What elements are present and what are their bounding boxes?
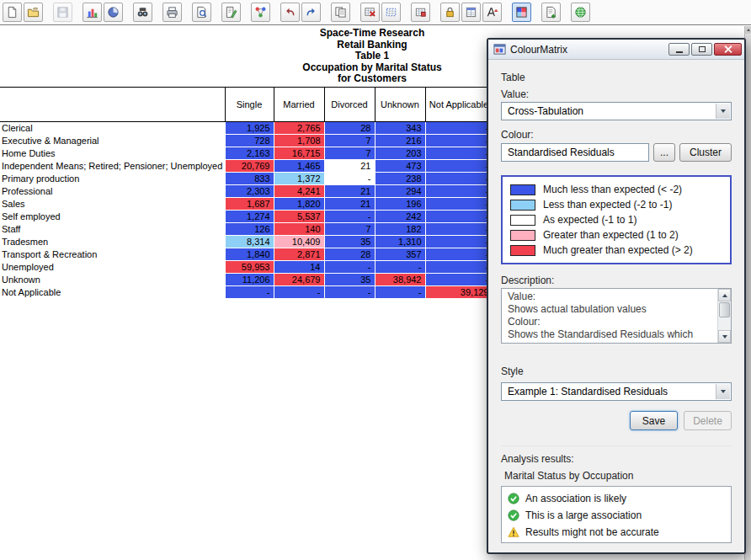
row-label[interactable]: Unknown: [0, 274, 225, 286]
column-header[interactable]: Unknown: [375, 88, 425, 122]
browse-colour-button[interactable]: ...: [653, 143, 675, 162]
table-cell[interactable]: -: [425, 261, 493, 274]
table-cell[interactable]: 1,820: [274, 198, 324, 211]
select-table-button[interactable]: [381, 3, 401, 22]
open-file-button[interactable]: [24, 3, 43, 22]
row-label[interactable]: Professional: [0, 185, 225, 198]
table-cell[interactable]: 1,687: [225, 198, 274, 211]
scroll-down-icon[interactable]: [718, 330, 731, 343]
column-header[interactable]: Single: [225, 88, 274, 122]
table-cell[interactable]: 126: [225, 223, 274, 236]
table-cell[interactable]: 1,925: [225, 122, 274, 135]
row-label[interactable]: Executive & Managerial: [0, 135, 225, 147]
copy-button[interactable]: [331, 3, 350, 22]
row-label[interactable]: Clerical: [0, 122, 225, 135]
table-cell[interactable]: 473: [375, 160, 425, 173]
table-cell[interactable]: 21: [324, 198, 375, 211]
value-dropdown[interactable]: Cross-Tabulation: [501, 102, 732, 120]
row-label[interactable]: Tradesmen: [0, 236, 225, 248]
table-cell[interactable]: 2,871: [274, 248, 324, 261]
colour-input[interactable]: Standardised Residuals: [501, 143, 649, 162]
table-cell[interactable]: -: [225, 286, 274, 299]
table-cell[interactable]: -: [274, 286, 324, 299]
table-cell[interactable]: 1,310: [375, 236, 425, 248]
table-cell[interactable]: 216: [375, 135, 425, 147]
table-cell[interactable]: -: [425, 211, 493, 223]
table-cell[interactable]: -: [425, 223, 493, 236]
table-cell[interactable]: 2,303: [225, 185, 274, 198]
minimize-button[interactable]: [668, 43, 690, 56]
table-cell[interactable]: -: [425, 160, 493, 173]
scroll-track[interactable]: [718, 318, 731, 330]
table-cell[interactable]: 11,206: [225, 274, 274, 286]
table-cell[interactable]: 14: [274, 261, 324, 274]
table-cell[interactable]: 28: [324, 248, 375, 261]
row-label[interactable]: Independent Means; Retired; Pensioner; U…: [0, 160, 225, 173]
table-cell[interactable]: 140: [274, 223, 324, 236]
table-cell[interactable]: 2,765: [274, 122, 324, 135]
table-cell[interactable]: 35: [324, 236, 375, 248]
table-cell[interactable]: -: [324, 286, 375, 299]
maximize-button[interactable]: [691, 43, 712, 56]
find-button[interactable]: [133, 3, 152, 22]
table-cell[interactable]: 38,942: [375, 274, 425, 286]
table-cell[interactable]: 1,372: [274, 173, 324, 185]
lock-button[interactable]: [440, 3, 460, 22]
go-web-button[interactable]: [571, 3, 590, 22]
table-cell[interactable]: 728: [225, 135, 274, 147]
table-cell[interactable]: -: [324, 173, 375, 185]
table-cell[interactable]: -: [425, 274, 493, 286]
cluster-button[interactable]: Cluster: [679, 143, 732, 162]
row-label[interactable]: Transport & Recreation: [0, 248, 225, 261]
table-cell[interactable]: 20,769: [225, 160, 274, 173]
print-button[interactable]: [162, 3, 182, 22]
close-button[interactable]: [714, 43, 742, 56]
column-header[interactable]: Married: [274, 88, 324, 122]
delete-table-button[interactable]: [360, 3, 380, 22]
table-cell[interactable]: -: [324, 211, 375, 223]
edit-annotations-button[interactable]: [221, 3, 241, 22]
table-cell[interactable]: 10,409: [274, 236, 324, 248]
table-cell[interactable]: 24,679: [274, 274, 324, 286]
table-cell[interactable]: 242: [375, 211, 425, 223]
table-cell[interactable]: -: [425, 198, 493, 211]
delete-button[interactable]: Delete: [684, 411, 732, 430]
bar-chart-button[interactable]: [83, 3, 102, 22]
table-cell[interactable]: 28: [324, 122, 375, 135]
table-cell[interactable]: 7: [324, 147, 375, 160]
scroll-up-icon[interactable]: [718, 289, 731, 301]
table-cell[interactable]: -: [324, 261, 375, 274]
undo-button[interactable]: [280, 3, 300, 22]
table-cell[interactable]: -: [375, 261, 425, 274]
table-cell[interactable]: 182: [375, 223, 425, 236]
new-document-button[interactable]: [3, 3, 22, 22]
table-cell[interactable]: 35: [324, 274, 375, 286]
dialog-titlebar[interactable]: ColourMatrix: [488, 40, 744, 60]
table-cell[interactable]: -: [425, 173, 493, 185]
scroll-thumb[interactable]: [719, 302, 730, 317]
row-label[interactable]: Staff: [0, 223, 225, 236]
table-cell[interactable]: 59,953: [225, 261, 274, 274]
row-label[interactable]: Home Duties: [0, 147, 225, 160]
row-label[interactable]: Not Applicable: [0, 286, 225, 299]
row-label[interactable]: Self employed: [0, 211, 225, 223]
scroll-up-icon[interactable]: [745, 26, 751, 34]
table-cell[interactable]: 7: [324, 223, 375, 236]
table-cell[interactable]: 8,314: [225, 236, 274, 248]
table-cell[interactable]: 196: [375, 198, 425, 211]
table-cell[interactable]: 1,708: [274, 135, 324, 147]
description-scrollbar[interactable]: [717, 289, 731, 343]
pie-chart-button[interactable]: [104, 3, 123, 22]
table-cell[interactable]: 7: [324, 135, 375, 147]
column-header[interactable]: Divorced: [324, 88, 375, 122]
redo-button[interactable]: [301, 3, 321, 22]
table-properties-button[interactable]: [411, 3, 430, 22]
row-label[interactable]: Unemployed: [0, 261, 225, 274]
row-label[interactable]: Primary production: [0, 173, 225, 185]
table-cell[interactable]: 294: [375, 185, 425, 198]
table-cell[interactable]: 343: [375, 122, 425, 135]
table-cell[interactable]: -: [425, 135, 493, 147]
table-cell[interactable]: -: [425, 236, 493, 248]
table-cell[interactable]: 21: [324, 185, 375, 198]
derivations-button[interactable]: [251, 3, 270, 22]
